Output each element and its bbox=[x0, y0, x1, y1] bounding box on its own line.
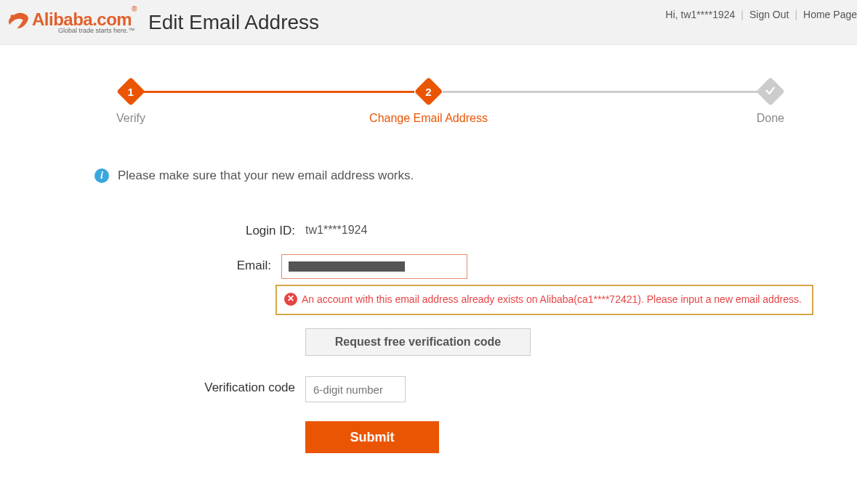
brand-text-block: Alibaba.com® Global trade starts here.™ bbox=[32, 11, 137, 34]
separator: | bbox=[794, 9, 797, 20]
greeting-text: Hi, tw1****1924 bbox=[666, 9, 736, 20]
info-icon: i bbox=[94, 168, 109, 183]
submit-button[interactable]: Submit bbox=[305, 421, 439, 453]
alibaba-logo-icon bbox=[6, 11, 31, 33]
info-line: i Please make sure that your new email a… bbox=[94, 168, 813, 183]
header-right: Hi, tw1****1924 | Sign Out | Home Page bbox=[666, 0, 857, 45]
step-3-label: Done bbox=[757, 112, 784, 125]
brand-name: Alibaba.com® bbox=[32, 11, 137, 28]
row-email: Email: ✕ An account with this email addr… bbox=[116, 254, 813, 315]
email-label: Email: bbox=[116, 254, 281, 273]
svg-point-0 bbox=[10, 15, 13, 17]
change-email-form: Login ID: tw1****1924 Email: ✕ An accoun… bbox=[116, 219, 813, 453]
row-submit: Submit bbox=[116, 421, 813, 453]
step-2-label: Change Email Address bbox=[369, 112, 488, 125]
step-1-marker: 1 bbox=[116, 77, 145, 106]
login-id-value: tw1****1924 bbox=[305, 219, 813, 237]
row-request-code: Request free verification code bbox=[116, 328, 813, 356]
row-verification-code: Verification code bbox=[116, 376, 813, 402]
email-input[interactable] bbox=[281, 254, 467, 279]
step-1-number: 1 bbox=[128, 86, 134, 98]
verification-code-label: Verification code bbox=[116, 376, 305, 395]
step-1-label: Verify bbox=[116, 112, 145, 125]
step-3-marker bbox=[756, 77, 785, 106]
email-error-box: ✕ An account with this email address alr… bbox=[275, 285, 813, 315]
request-verification-code-button[interactable]: Request free verification code bbox=[305, 328, 531, 356]
verification-code-input[interactable] bbox=[305, 376, 406, 402]
step-verify: 1 Verify bbox=[116, 81, 145, 125]
brand-logo[interactable]: Alibaba.com® Global trade starts here.™ bbox=[6, 11, 137, 34]
info-text: Please make sure that your new email add… bbox=[118, 168, 414, 183]
step-done: Done bbox=[757, 81, 784, 125]
progress-stepper: 1 Verify 2 Change Email Address Done bbox=[73, 81, 784, 139]
brand-name-main: Alibaba bbox=[32, 9, 92, 29]
login-id-label: Login ID: bbox=[116, 219, 305, 238]
step-change-email: 2 Change Email Address bbox=[369, 81, 488, 125]
brand-reg-mark: ® bbox=[132, 5, 137, 13]
brand-tagline: Global trade starts here.™ bbox=[58, 27, 137, 34]
error-icon: ✕ bbox=[284, 293, 297, 306]
page-title: Edit Email Address bbox=[148, 11, 319, 34]
step-2-marker: 2 bbox=[414, 77, 443, 106]
email-error-text: An account with this email address alrea… bbox=[302, 292, 802, 306]
content-area: 1 Verify 2 Change Email Address Done i P… bbox=[0, 45, 857, 453]
step-bar-2 bbox=[443, 91, 763, 93]
brand-name-suffix: .com bbox=[92, 9, 132, 29]
row-login-id: Login ID: tw1****1924 bbox=[116, 219, 813, 238]
home-page-link[interactable]: Home Page bbox=[803, 9, 857, 20]
check-icon bbox=[765, 85, 776, 99]
header-bar: Alibaba.com® Global trade starts here.™ … bbox=[0, 0, 857, 45]
separator: | bbox=[741, 9, 744, 20]
step-2-number: 2 bbox=[425, 86, 431, 98]
sign-out-link[interactable]: Sign Out bbox=[749, 9, 789, 20]
